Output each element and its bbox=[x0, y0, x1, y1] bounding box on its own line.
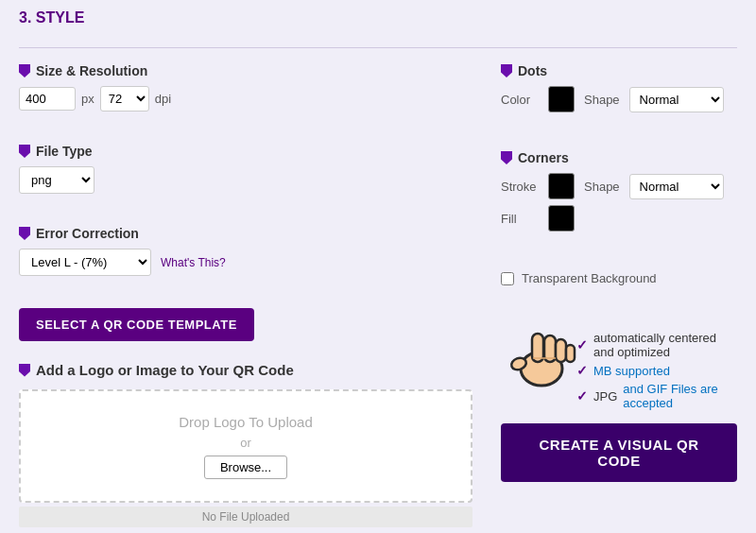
corners-section: Corners Stroke Shape Normal Rounded Dots… bbox=[501, 150, 737, 232]
flag-icon-corners bbox=[501, 151, 512, 164]
dpi-label: dpi bbox=[155, 92, 171, 106]
whats-this-link[interactable]: What's This? bbox=[161, 256, 226, 269]
checkmark-1: ✓ bbox=[576, 337, 588, 352]
error-correction-title: Error Correction bbox=[19, 226, 472, 241]
right-bottom-wrapper: ✓ automatically centered and optimized ✓… bbox=[501, 331, 737, 482]
dots-color-swatch[interactable] bbox=[548, 86, 575, 112]
corners-title: Corners bbox=[501, 150, 737, 165]
checkmark-3: ✓ bbox=[576, 388, 588, 404]
template-btn-wrapper: SELECT A QR CODE TEMPLATE bbox=[19, 308, 472, 341]
dots-shape-label: Shape bbox=[584, 93, 620, 107]
stroke-color-swatch[interactable] bbox=[548, 173, 575, 199]
feature-link-2[interactable]: MB supported bbox=[593, 364, 670, 378]
left-column: Size & Resolution px 72 96 150 300 dpi bbox=[19, 63, 472, 527]
corners-stroke-row: Stroke Shape Normal Rounded Dots Extra R… bbox=[501, 173, 737, 199]
transparent-bg-checkbox[interactable] bbox=[501, 272, 514, 285]
dots-color-label: Color bbox=[501, 93, 539, 107]
add-logo-section: Add a Logo or Image to Your QR Code Drop… bbox=[19, 362, 472, 527]
file-type-title: File Type bbox=[19, 144, 472, 159]
section-title: 3. STYLE bbox=[19, 9, 737, 30]
error-correction-section: Error Correction Level L - (7%) Level M … bbox=[19, 226, 472, 276]
add-logo-title: Add a Logo or Image to Your QR Code bbox=[19, 362, 472, 378]
flag-icon-error bbox=[19, 227, 30, 240]
file-type-select[interactable]: png jpg svg pdf bbox=[19, 166, 94, 194]
dpi-select[interactable]: 72 96 150 300 bbox=[100, 86, 149, 112]
dots-row: Color Shape Normal Rounded Dots Classy C… bbox=[501, 86, 737, 112]
size-row: px 72 96 150 300 dpi bbox=[19, 86, 472, 112]
file-type-section: File Type png jpg svg pdf bbox=[19, 144, 472, 194]
corners-shape-select[interactable]: Normal Rounded Dots Extra Rounded bbox=[629, 174, 724, 199]
error-correction-select[interactable]: Level L - (7%) Level M - (15%) Level Q -… bbox=[19, 249, 151, 276]
main-grid: Size & Resolution px 72 96 150 300 dpi bbox=[19, 63, 737, 527]
feature-link-3[interactable]: and GIF Files are accepted bbox=[623, 382, 737, 410]
drop-zone[interactable]: Drop Logo To Upload or Browse... bbox=[19, 389, 472, 503]
flag-icon-filetype bbox=[19, 145, 30, 158]
template-button[interactable]: SELECT A QR CODE TEMPLATE bbox=[19, 308, 254, 341]
fill-color-swatch[interactable] bbox=[548, 205, 575, 232]
browse-button[interactable]: Browse... bbox=[204, 456, 287, 479]
no-file-bar: No File Uploaded bbox=[19, 507, 472, 527]
fill-label: Fill bbox=[501, 212, 539, 226]
create-qr-button[interactable]: CREATE A VISUAL QR CODE bbox=[501, 423, 737, 482]
feature-item-3: ✓ JPG and GIF Files are accepted bbox=[576, 382, 737, 410]
size-input[interactable] bbox=[19, 87, 76, 111]
transparent-bg-label: Transparent Background bbox=[522, 271, 657, 285]
right-column: Dots Color Shape Normal Rounded Dots Cla… bbox=[501, 63, 737, 527]
flag-icon-logo bbox=[19, 364, 30, 377]
section-divider bbox=[19, 47, 737, 48]
error-correction-row: Level L - (7%) Level M - (15%) Level Q -… bbox=[19, 249, 472, 276]
corners-shape-label: Shape bbox=[584, 180, 620, 194]
dots-section: Dots Color Shape Normal Rounded Dots Cla… bbox=[501, 63, 737, 118]
px-label: px bbox=[81, 92, 94, 106]
or-text: or bbox=[240, 436, 251, 450]
checkmark-2: ✓ bbox=[576, 363, 588, 378]
size-resolution-section: Size & Resolution px 72 96 150 300 dpi bbox=[19, 63, 472, 112]
stroke-label: Stroke bbox=[501, 180, 539, 194]
feature-item-2: ✓ MB supported bbox=[576, 363, 737, 378]
feature-item-1: ✓ automatically centered and optimized bbox=[576, 331, 737, 359]
features-list: ✓ automatically centered and optimized ✓… bbox=[501, 331, 737, 410]
size-resolution-title: Size & Resolution bbox=[19, 63, 472, 78]
flag-icon bbox=[19, 64, 30, 77]
dots-shape-select[interactable]: Normal Rounded Dots Classy Classy Rounde… bbox=[629, 87, 724, 112]
fill-row: Fill bbox=[501, 205, 737, 232]
transparent-bg-row: Transparent Background bbox=[501, 271, 737, 285]
drop-text: Drop Logo To Upload bbox=[179, 414, 313, 430]
flag-icon-dots bbox=[501, 64, 512, 77]
page-container: 3. STYLE Size & Resolution px 72 96 150 … bbox=[0, 0, 756, 533]
dots-title: Dots bbox=[501, 63, 737, 78]
